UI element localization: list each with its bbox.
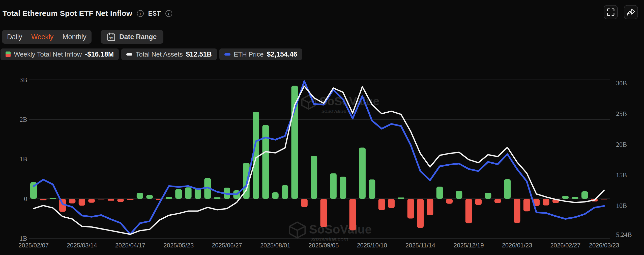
- left-axis-tick: 0: [24, 195, 27, 202]
- inflow-bar[interactable]: [320, 199, 327, 227]
- watermark-bottom: SoSoValuesosovalue.com: [289, 222, 372, 242]
- inflow-bar[interactable]: [369, 180, 375, 199]
- x-axis-tick: 2025/02/07: [18, 242, 49, 249]
- inflow-bar[interactable]: [572, 197, 578, 199]
- right-axis-tick: 20B: [616, 141, 627, 148]
- x-axis-tick: 2025/03/14: [67, 242, 97, 249]
- inflow-bar[interactable]: [417, 199, 424, 228]
- inflow-bar[interactable]: [388, 199, 395, 208]
- inflow-bar[interactable]: [175, 189, 182, 199]
- inflow-bar[interactable]: [214, 197, 221, 199]
- inflow-bar[interactable]: [137, 193, 143, 199]
- inflow-bar[interactable]: [436, 187, 443, 199]
- net-inflow-bars: [30, 86, 607, 231]
- inflow-bar[interactable]: [475, 199, 482, 205]
- svg-text:sosovalue.com: sosovalue.com: [311, 236, 348, 242]
- inflow-bar[interactable]: [88, 199, 95, 203]
- inflow-bar[interactable]: [465, 199, 472, 223]
- etf-net-inflow-page: Total Ethereum Spot ETF Net Inflow i EST…: [0, 0, 644, 255]
- inflow-bar[interactable]: [494, 199, 501, 203]
- inflow-bar[interactable]: [340, 177, 346, 199]
- x-axis-tick: 2025/09/05: [308, 242, 339, 249]
- left-axis-tick: 2B: [20, 116, 27, 123]
- inflow-bar[interactable]: [69, 199, 75, 203]
- inflow-bar[interactable]: [117, 199, 124, 202]
- inflow-bar[interactable]: [504, 179, 511, 199]
- inflow-bar[interactable]: [301, 199, 308, 207]
- inflow-bar[interactable]: [108, 199, 114, 201]
- inflow-bar[interactable]: [601, 199, 607, 199]
- inflow-bar[interactable]: [262, 125, 269, 199]
- right-axis-tick: 5.24B: [616, 231, 632, 238]
- inflow-bar[interactable]: [282, 185, 288, 199]
- inflow-bar[interactable]: [398, 197, 404, 199]
- right-axis-tick: 10B: [616, 202, 627, 209]
- inflow-bar[interactable]: [40, 199, 46, 200]
- inflow-bar[interactable]: [330, 173, 337, 199]
- x-axis-tick: 2025/10/10: [357, 242, 387, 249]
- inflow-bar[interactable]: [311, 156, 317, 199]
- left-axis-tick: -1B: [17, 235, 27, 242]
- inflow-bar[interactable]: [562, 196, 569, 199]
- inflow-bar[interactable]: [98, 199, 104, 199]
- inflow-bar[interactable]: [185, 187, 192, 199]
- svg-text:SoSoValue: SoSoValue: [309, 223, 372, 236]
- left-axis-tick: 1B: [20, 156, 27, 163]
- right-axis-tick: 15B: [616, 171, 627, 179]
- left-axis-tick: 3B: [20, 76, 27, 84]
- x-axis-tick: 2025/11/14: [405, 242, 435, 249]
- x-axis-tick: 2025/12/19: [454, 242, 484, 249]
- inflow-bar[interactable]: [359, 147, 366, 199]
- x-axis-tick: 2025/06/27: [212, 242, 242, 249]
- inflow-bar[interactable]: [456, 191, 462, 199]
- x-axis-tick: 2025/04/17: [115, 242, 145, 249]
- inflow-bar[interactable]: [79, 199, 85, 206]
- inflow-bar[interactable]: [349, 199, 356, 231]
- inflow-bar[interactable]: [378, 199, 385, 210]
- inflow-bar[interactable]: [446, 199, 453, 204]
- inflow-bar[interactable]: [407, 199, 414, 219]
- x-axis-tick: 2026/02/27: [550, 242, 580, 249]
- x-axis-tick: 2026/01/23: [502, 242, 532, 249]
- inflow-bar[interactable]: [272, 192, 279, 199]
- inflow-bar[interactable]: [543, 199, 549, 206]
- inflow-bar[interactable]: [581, 191, 588, 199]
- inflow-bar[interactable]: [50, 198, 56, 199]
- x-axis-ticks: 2025/02/072025/03/142025/04/172025/05/23…: [18, 242, 619, 249]
- inflow-bar[interactable]: [166, 197, 172, 199]
- x-axis-tick: 2026/03/23: [589, 242, 619, 249]
- right-axis-tick: 25B: [616, 110, 627, 117]
- right-axis-tick: 30B: [616, 80, 627, 87]
- inflow-bar[interactable]: [523, 199, 530, 211]
- inflow-bar[interactable]: [146, 195, 153, 199]
- x-axis-tick: 2025/08/01: [260, 242, 290, 249]
- combo-chart-plot-area[interactable]: 3B2B1B0-1B30B25B20B15B10B5.24BSoSoValues…: [0, 0, 644, 255]
- inflow-bar[interactable]: [485, 193, 491, 199]
- inflow-bar[interactable]: [127, 199, 134, 200]
- inflow-bar[interactable]: [514, 199, 520, 223]
- inflow-bar[interactable]: [427, 199, 433, 215]
- x-axis-tick: 2025/05/23: [163, 242, 194, 249]
